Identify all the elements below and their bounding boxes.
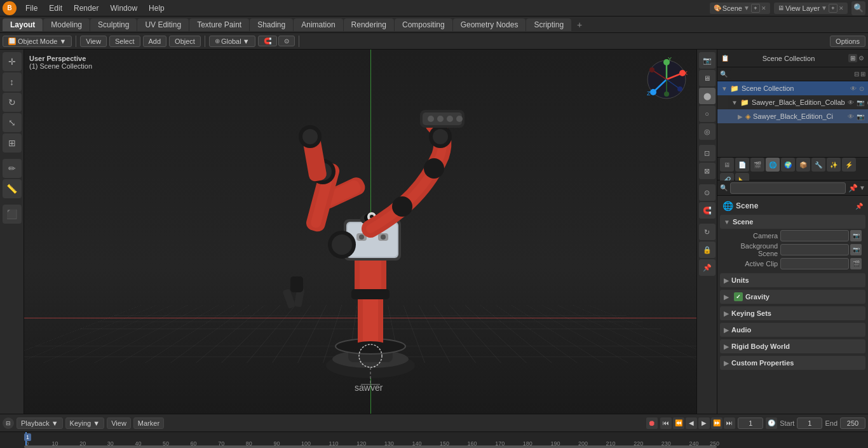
- timeline-menu-icon[interactable]: ⊟: [3, 417, 14, 429]
- outliner-settings-icon[interactable]: ⚙: [858, 55, 864, 62]
- outliner-item-sawyer-mesh[interactable]: ▶ ◈ Sawyer_Black_Edition_Ci 👁 📷: [717, 109, 868, 123]
- prop-tab-object[interactable]: 📦: [796, 158, 810, 172]
- outliner-item-render-icon-2[interactable]: 📷: [857, 113, 864, 120]
- camera-value[interactable]: [780, 230, 849, 241]
- viewport[interactable]: sawyer User Perspective (1) Scene Collec…: [24, 50, 717, 414]
- menu-help[interactable]: Help: [144, 3, 170, 14]
- outliner-filter-icon[interactable]: ⊞: [848, 54, 857, 62]
- object-menu[interactable]: Object: [169, 36, 201, 47]
- timeline-view-menu[interactable]: View: [107, 417, 131, 429]
- menu-render[interactable]: Render: [69, 3, 104, 14]
- viewport-shading-solid[interactable]: ⬤: [699, 88, 715, 104]
- viewport-shading-material[interactable]: ○: [699, 105, 715, 122]
- cursor-tool[interactable]: ✛: [3, 52, 22, 71]
- mode-selector[interactable]: ⬜ Object Mode ▼: [3, 36, 72, 47]
- end-frame-input[interactable]: 250: [840, 417, 865, 429]
- view-layer-add-icon[interactable]: +: [829, 4, 837, 13]
- viewport-snap[interactable]: 🧲: [699, 202, 715, 219]
- prop-tab-output[interactable]: 📄: [735, 158, 749, 172]
- frame-ruler[interactable]: 0 10 20 30 40 50 60 70 80 90 100 110 120…: [0, 431, 868, 448]
- props-search-input[interactable]: [730, 182, 846, 194]
- play-reverse-button[interactable]: ◀: [686, 417, 697, 429]
- tab-texture-paint[interactable]: Texture Paint: [189, 18, 249, 31]
- add-menu[interactable]: Add: [143, 36, 167, 47]
- menu-file[interactable]: File: [20, 3, 43, 14]
- viewport-shading-rendered[interactable]: ◎: [699, 123, 715, 140]
- play-button[interactable]: ▶: [698, 417, 710, 429]
- viewport-camera-lock[interactable]: 🔒: [699, 241, 715, 258]
- outliner-item-hide-icon-0[interactable]: 👁: [850, 85, 857, 92]
- axis-widget[interactable]: Y X Z: [644, 57, 689, 102]
- background-scene-value[interactable]: [780, 244, 849, 255]
- tab-geometry-nodes[interactable]: Geometry Nodes: [453, 18, 526, 31]
- skip-end-button[interactable]: ⏭: [724, 417, 735, 429]
- prop-tab-modifier[interactable]: 🔧: [811, 158, 825, 172]
- menu-window[interactable]: Window: [105, 3, 142, 14]
- tab-sculpting[interactable]: Sculpting: [90, 18, 137, 31]
- viewport-proportional-edit[interactable]: ⊙: [699, 184, 715, 201]
- prop-tab-view-layer[interactable]: 🎬: [750, 158, 764, 172]
- proportional-btn[interactable]: ⊙: [278, 36, 295, 46]
- current-frame-display[interactable]: 1: [738, 417, 763, 429]
- scene-selector[interactable]: Scene: [722, 4, 742, 12]
- outliner-item-scene-collection[interactable]: ▼ 📁 Scene Collection 👁 ⊙: [717, 81, 868, 95]
- marker-menu[interactable]: Marker: [133, 417, 164, 429]
- background-scene-value-icon[interactable]: 📷: [850, 244, 862, 255]
- fps-icon[interactable]: 🕐: [766, 417, 777, 429]
- outliner-item-select-icon-0[interactable]: ⊙: [859, 85, 864, 92]
- prop-tab-physics[interactable]: ⚡: [842, 158, 856, 172]
- outliner-item-render-icon-1[interactable]: 📷: [857, 99, 864, 106]
- outliner-item-hide-icon-1[interactable]: 👁: [848, 99, 854, 106]
- prev-keyframe-button[interactable]: ⏪: [673, 417, 684, 429]
- viewport-camera-pin[interactable]: 📌: [699, 259, 715, 276]
- viewport-camera-rotate[interactable]: ↻: [699, 224, 715, 240]
- props-panel-pin[interactable]: 📌: [848, 184, 858, 193]
- prop-tab-world[interactable]: 🌍: [781, 158, 795, 172]
- rigid-body-header[interactable]: ▶ Rigid Body World: [720, 339, 865, 353]
- viewport-camera-view[interactable]: 📷: [699, 52, 715, 69]
- units-section-header[interactable]: ▶ Units: [720, 273, 865, 287]
- view-layer-selector[interactable]: View Layer: [785, 4, 820, 12]
- playback-menu[interactable]: Playback ▼: [17, 417, 63, 429]
- move-tool[interactable]: ↕: [3, 72, 22, 92]
- outliner-item-sawyer-collection[interactable]: ▼ 📁 Sawyer_Black_Edition_Collab 👁 📷 ⊙: [728, 95, 868, 109]
- measure-tool[interactable]: 📏: [3, 179, 22, 198]
- transform-selector[interactable]: ⊕ Global ▼: [209, 36, 255, 47]
- view-menu[interactable]: View: [80, 36, 107, 47]
- custom-props-header[interactable]: ▶ Custom Properties: [720, 356, 865, 370]
- timeline-scrollbar-thumb[interactable]: [24, 445, 717, 448]
- outliner-search-input[interactable]: [730, 69, 851, 80]
- prop-tab-render[interactable]: 🖥: [720, 158, 734, 172]
- tab-layout[interactable]: Layout: [3, 18, 43, 31]
- next-keyframe-button[interactable]: ⏩: [711, 417, 722, 429]
- skip-start-button[interactable]: ⏮: [660, 417, 672, 429]
- keying-sets-header[interactable]: ▶ Keying Sets: [720, 306, 865, 320]
- prop-tab-particles[interactable]: ✨: [827, 158, 841, 172]
- view-layer-options-icon[interactable]: ✕: [839, 5, 844, 11]
- tab-modeling[interactable]: Modeling: [43, 18, 90, 31]
- snap-btn[interactable]: 🧲: [258, 36, 277, 46]
- tab-compositing[interactable]: Compositing: [395, 18, 452, 31]
- annotate-tool[interactable]: ✏: [3, 159, 22, 178]
- prop-tab-scene[interactable]: 🌐: [766, 158, 780, 172]
- outliner-item-hide-icon-2[interactable]: 👁: [848, 113, 854, 120]
- search-icon[interactable]: 🔍: [851, 1, 865, 15]
- options-btn[interactable]: Options: [830, 36, 865, 47]
- gravity-checkbox[interactable]: ✓: [734, 292, 743, 301]
- gravity-section-header[interactable]: ▶ ✓ Gravity: [720, 290, 865, 304]
- scene-options-icon[interactable]: ✕: [761, 5, 766, 11]
- record-button[interactable]: ⏺: [646, 417, 658, 429]
- scene-section-header[interactable]: ▼ Scene: [720, 215, 865, 229]
- scale-tool[interactable]: ⤡: [3, 113, 22, 132]
- scene-prop-pin[interactable]: 📌: [855, 203, 863, 210]
- menu-edit[interactable]: Edit: [44, 3, 67, 14]
- scene-add-icon[interactable]: +: [751, 4, 760, 13]
- transform-tool[interactable]: ⊞: [3, 133, 22, 153]
- viewport-xray-toggle[interactable]: ⊠: [699, 163, 715, 179]
- camera-value-icon[interactable]: 📷: [850, 230, 862, 241]
- tab-shading[interactable]: Shading: [250, 18, 293, 31]
- rotate-tool[interactable]: ↻: [3, 93, 22, 112]
- keying-menu[interactable]: Keying ▼: [65, 417, 105, 429]
- active-clip-value[interactable]: [780, 258, 849, 269]
- active-clip-value-icon[interactable]: 🎬: [850, 258, 862, 269]
